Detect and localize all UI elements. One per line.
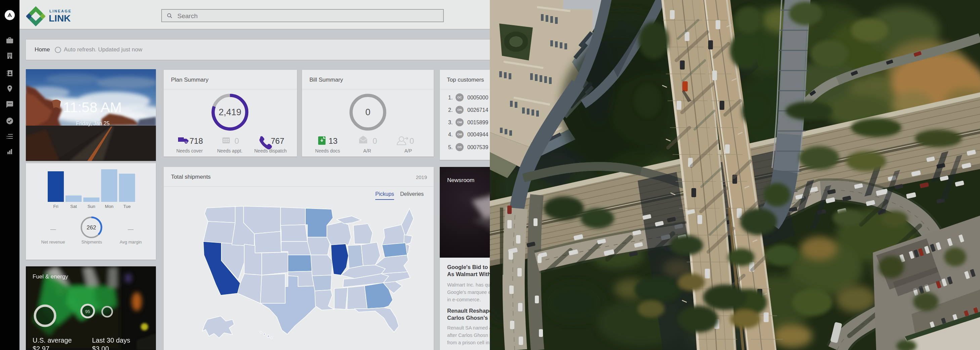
svg-text:2.: 2. [448,107,453,113]
svg-text:Needs appt.: Needs appt. [217,148,243,153]
svg-text:13: 13 [329,136,338,145]
svg-text:0: 0 [365,107,370,117]
svg-text:0: 0 [372,136,377,145]
svg-text:0: 0 [409,136,414,145]
svg-text:—: — [50,226,56,232]
svg-text:A/R: A/R [363,148,371,153]
svg-text:Mon: Mon [105,204,113,209]
svg-text:Avg margin: Avg margin [119,240,142,245]
svg-text:OS: OS [457,145,461,149]
svg-text:Sun: Sun [88,204,95,209]
svg-text:ON: ON [457,108,462,111]
svg-text:$3.00: $3.00 [92,345,109,350]
svg-text:Needs docs: Needs docs [315,148,340,153]
svg-text:Fri: Fri [53,204,58,209]
svg-text:11:58 AM: 11:58 AM [63,99,122,115]
svg-text:Needs dispatch: Needs dispatch [255,148,287,153]
svg-text:Needs cover: Needs cover [177,148,203,153]
svg-text:A/P: A/P [404,148,412,153]
svg-text:1.: 1. [448,95,453,100]
svg-text:95: 95 [85,309,90,314]
svg-text:Sat: Sat [70,204,77,209]
svg-text:262: 262 [87,224,96,231]
svg-text:Tue: Tue [123,204,131,209]
svg-text:Last 30 days: Last 30 days [92,337,130,344]
svg-text:—: — [128,226,134,232]
svg-text:4.: 4. [448,132,453,137]
svg-text:Friday, Jan 25: Friday, Jan 25 [76,121,110,126]
svg-text:3.: 3. [448,119,453,125]
svg-text:767: 767 [271,136,284,145]
svg-text:OM: OM [457,133,462,136]
svg-text:Fuel & energy: Fuel & energy [33,274,68,280]
svg-text:U.S. average: U.S. average [33,337,72,344]
svg-text:OM: OM [457,121,462,124]
svg-text:0: 0 [234,136,239,145]
svg-text:2,419: 2,419 [219,107,242,117]
svg-text:OC: OC [457,96,462,99]
svg-text:Net revenue: Net revenue [41,240,65,245]
svg-text:$2.97: $2.97 [33,345,49,350]
svg-text:718: 718 [189,136,203,145]
svg-text:Shipments: Shipments [81,240,102,245]
svg-text:5.: 5. [448,145,453,150]
svg-text:Newsroom: Newsroom [447,177,474,183]
